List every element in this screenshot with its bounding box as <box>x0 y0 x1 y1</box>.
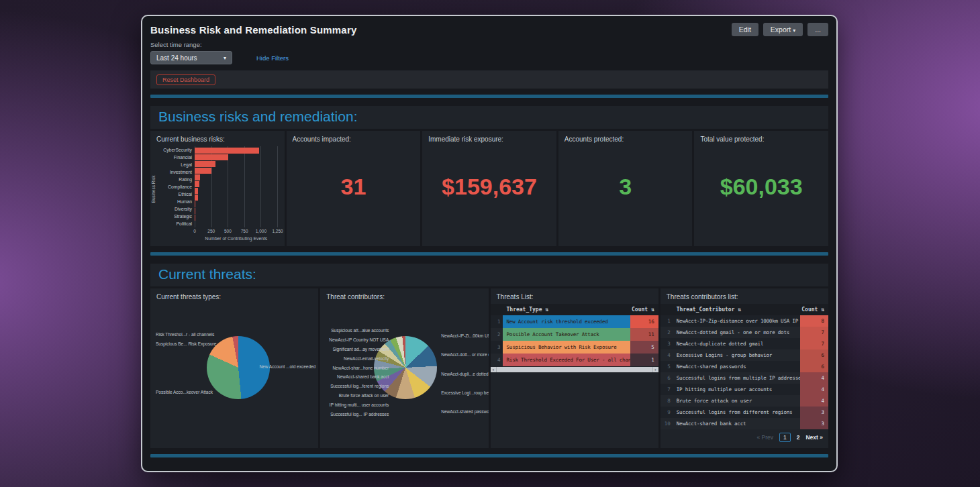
panel-current-threats-types: Current threats types: Risk Threshol...r… <box>150 288 318 448</box>
column-header-threat-type[interactable]: Threat_Type ⇅ <box>503 307 630 313</box>
bar[interactable] <box>195 161 215 167</box>
row-count: 11 <box>630 328 658 341</box>
reset-dashboard-button[interactable]: Reset Dashboard <box>156 74 215 85</box>
row-number: 3 <box>660 338 673 349</box>
row-label: Risk Threshold Exceeded For User - all c… <box>503 354 630 366</box>
bar-category-label: Legal <box>160 161 195 168</box>
table-row[interactable]: 3Suspicious Behavior with Risk Exposure5 <box>491 341 658 354</box>
bar-category-label: Rating <box>160 176 195 183</box>
row-number: 2 <box>660 327 673 338</box>
pie-slice-label: Suspicious att...alue accounts <box>323 328 389 333</box>
panel-title: Total value protected: <box>694 131 828 145</box>
x-tick-label: 1,000 <box>256 229 266 233</box>
column-header-count[interactable]: Count ⇅ <box>800 307 828 313</box>
risks-section-band: Business risks and remediation: <box>150 106 828 129</box>
table-row[interactable]: 1NewAcct-IP-Zip-distance over 1000km USA… <box>660 315 828 327</box>
table-body: 1New Account risk threshold exceeded162P… <box>491 315 658 366</box>
pie-slice-label: Suspicious Be... Risk Exposure <box>156 341 216 346</box>
panel-title: Threats List: <box>491 288 658 303</box>
sort-icon: ⇅ <box>821 307 824 313</box>
export-button[interactable]: Export▾ <box>763 23 803 36</box>
table-row[interactable]: 3NewAcct-duplicate dotted gmail7 <box>660 338 828 349</box>
table-row[interactable]: 6Successful logins from multiple IP addr… <box>660 372 828 384</box>
y-axis-label: Business Risk <box>151 176 156 203</box>
x-axis-ticks: 02505007501,0001,250 <box>195 227 278 234</box>
bar-category-label: Diversity <box>160 205 195 213</box>
table-row[interactable]: 2Possible Account Takeover Attack11 <box>491 328 658 341</box>
contributors-table: Threat_Contributor ⇅ Count ⇅ 1NewAcct-IP… <box>660 304 828 429</box>
column-header-threat-contributor[interactable]: Threat_Contributor ⇅ <box>673 307 800 313</box>
table-row[interactable]: 8Brute force attack on user4 <box>660 395 828 407</box>
pie-slice-label: Successful log... IP addresses <box>323 412 389 417</box>
bar[interactable] <box>195 174 200 180</box>
bar[interactable] <box>195 215 195 221</box>
row-label: Successful logins from different regions <box>673 407 800 418</box>
bar[interactable] <box>195 188 198 194</box>
row-label: NewAcct-shared bank acct <box>673 418 800 429</box>
bar-category-label: Investment <box>160 168 195 176</box>
panel-title: Accounts impacted: <box>287 131 421 145</box>
table-header: Threat_Type ⇅ Count ⇅ <box>491 304 658 315</box>
bar[interactable] <box>195 148 259 154</box>
panel-title: Immediate risk exposure: <box>422 131 556 145</box>
section-divider <box>150 95 828 98</box>
page-1-current[interactable]: 1 <box>779 433 791 442</box>
pie-slice-label: NewAcct-dott... or more dots <box>441 352 488 357</box>
bar[interactable] <box>195 195 198 201</box>
bar[interactable] <box>195 168 211 174</box>
table-row[interactable]: 4Risk Threshold Exceeded For User - all … <box>491 354 658 366</box>
sort-icon: ⇅ <box>651 307 654 313</box>
horizontal-scrollbar[interactable]: ◂ ▸ <box>491 367 658 372</box>
row-label: Excessive Logins - group behavior <box>673 349 800 361</box>
row-count: 6 <box>800 361 828 372</box>
scroll-right-icon[interactable]: ▸ <box>652 367 658 372</box>
x-tick-label: 250 <box>207 229 215 233</box>
table-row[interactable]: 7IP hitting multiple user accounts4 <box>660 384 828 395</box>
table-row[interactable]: 10NewAcct-shared bank acct3 <box>660 418 828 429</box>
row-label: New Account risk threshold exceeded <box>503 315 630 328</box>
bar-category-axis: CyberSecurityFinancialLegalInvestmentRat… <box>160 146 195 227</box>
row-label: NewAcct-IP-Zip-distance over 1000km USA … <box>673 315 800 327</box>
time-range-dropdown[interactable]: Last 24 hours ▾ <box>150 51 232 64</box>
x-tick-label: 0 <box>193 229 196 233</box>
row-number: 9 <box>660 407 673 418</box>
pie-left-labels: Suspicious att...alue accounts NewAcct-I… <box>323 328 389 417</box>
table-row[interactable]: 1New Account risk threshold exceeded16 <box>491 315 658 328</box>
threats-section-band: Current threats: <box>150 264 828 286</box>
x-tick-label: 500 <box>224 229 232 233</box>
page-2-link[interactable]: 2 <box>797 434 800 441</box>
hide-filters-link[interactable]: Hide Filters <box>256 54 289 62</box>
scroll-left-icon[interactable]: ◂ <box>491 367 497 372</box>
column-header-count[interactable]: Count ⇅ <box>630 307 658 313</box>
row-number: 8 <box>660 395 673 407</box>
panel-current-business-risks: Current business risks: Business Risk Cy… <box>150 131 285 246</box>
bar[interactable] <box>195 208 195 214</box>
pie-chart-threat-contributors: Suspicious att...alue accounts NewAcct-I… <box>320 303 488 448</box>
pie-slice-label: NewAcct-IP-Zi...00km USA IP <box>441 333 488 338</box>
row-count: 7 <box>800 338 828 349</box>
table-row[interactable]: 5NewAcct-shared passwords6 <box>660 361 828 372</box>
row-count: 4 <box>800 384 828 395</box>
pie-slice-label: Risk Threshol...r - all channels <box>156 332 214 337</box>
table-row[interactable]: 9Successful logins from different region… <box>660 407 828 418</box>
edit-button[interactable]: Edit <box>732 23 758 36</box>
bar[interactable] <box>195 154 228 160</box>
panel-title: Threat contributors: <box>320 288 488 303</box>
pie-slice-label: NewAcct-shared passwords <box>441 409 488 414</box>
table-row[interactable]: 4Excessive Logins - group behavior6 <box>660 349 828 361</box>
row-number: 1 <box>660 315 673 327</box>
bar-category-label: Financial <box>160 154 195 161</box>
row-count: 1 <box>630 354 658 366</box>
prev-page-link[interactable]: « Prev <box>756 434 773 441</box>
bar[interactable] <box>195 181 199 187</box>
risks-section-title: Business risks and remediation: <box>158 109 820 125</box>
more-options-button[interactable]: ... <box>807 23 828 36</box>
next-page-link[interactable]: Next » <box>805 434 823 441</box>
bar[interactable] <box>195 201 195 207</box>
kpi-value: $159,637 <box>422 145 556 246</box>
table-row[interactable]: 2NewAcct-dotted gmail - one or more dots… <box>660 327 828 338</box>
threats-panel-row: Current threats types: Risk Threshol...r… <box>150 288 828 448</box>
pie-slice-label: NewAcct-dupli...e dotted gmail <box>441 372 488 376</box>
header-buttons: Edit Export▾ ... <box>732 23 828 36</box>
bar-chart: Business Risk CyberSecurityFinancialLega… <box>150 145 285 246</box>
